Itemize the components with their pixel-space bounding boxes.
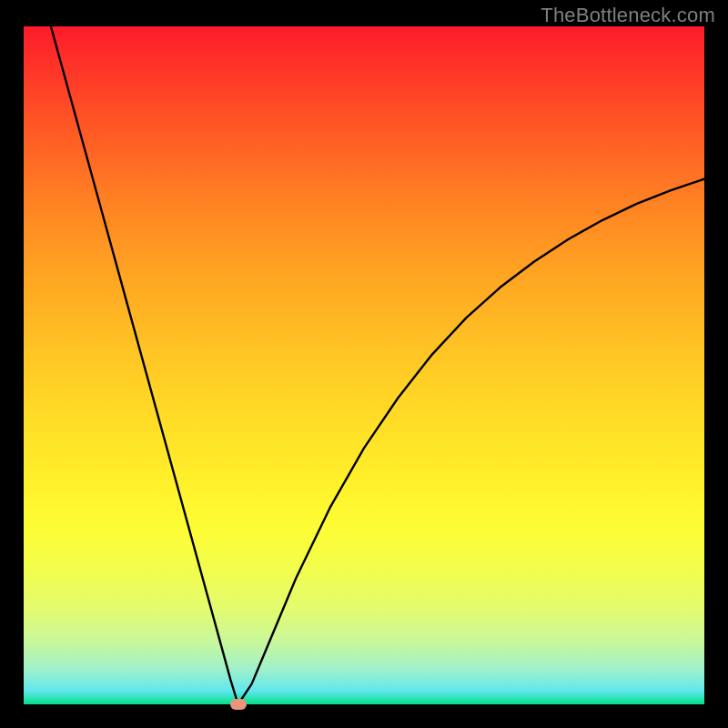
- watermark-text: TheBottleneck.com: [541, 4, 715, 27]
- curve-layer: [24, 26, 704, 704]
- chart-root: TheBottleneck.com: [0, 0, 728, 728]
- optimal-point-marker: [230, 699, 247, 710]
- plot-area: [24, 26, 704, 704]
- bottleneck-curve: [51, 26, 704, 704]
